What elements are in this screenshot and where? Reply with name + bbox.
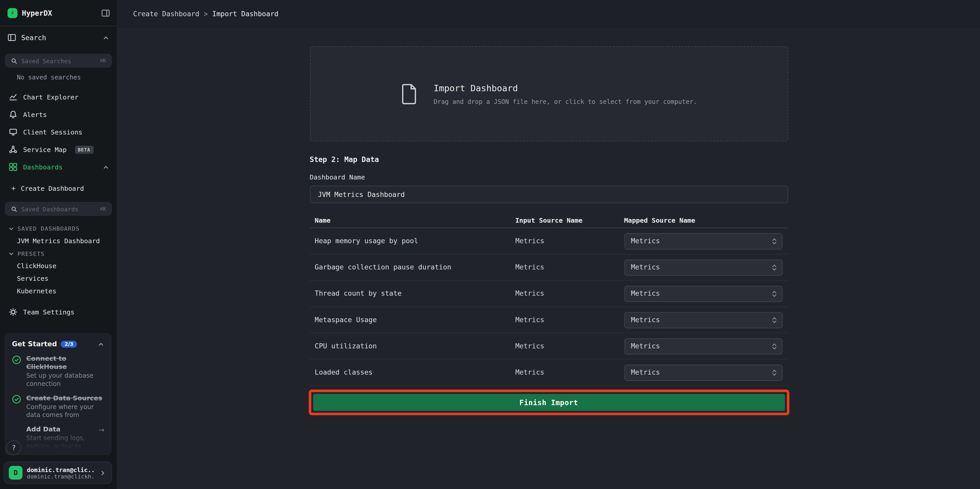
chevron-up-icon	[97, 341, 104, 348]
step-subtitle: Configure where your data comes from	[26, 403, 104, 419]
select-value: Metrics	[631, 290, 772, 298]
sidebar-nav: Chart Explorer Alerts Client Sessions Se…	[0, 88, 117, 176]
dropzone-subtitle: Drag and drop a JSON file here, or click…	[434, 98, 697, 105]
sidebar-item-chart-explorer[interactable]: Chart Explorer	[0, 88, 117, 106]
chevron-down-icon	[8, 226, 14, 232]
breadcrumb: Create Dashboard > Import Dashboard	[118, 0, 980, 29]
nav-label: Team Settings	[23, 308, 75, 316]
arrow-right-icon: →	[99, 425, 104, 450]
sidebar-item-jvm-dashboard[interactable]: JVM Metrics Dashboard	[0, 234, 117, 247]
select-chevrons-icon	[772, 290, 776, 297]
search-section-label: Search	[21, 33, 46, 41]
saved-searches-input[interactable]: ⌘K	[5, 54, 112, 68]
column-header-input-source: Input Source Name	[515, 216, 624, 223]
file-dropzone[interactable]: Import Dashboard Drag and drop a JSON fi…	[310, 46, 788, 142]
select-chevrons-icon	[772, 342, 776, 350]
select-value: Metrics	[631, 263, 772, 271]
saved-dashboards-input[interactable]: ⌘K	[5, 202, 112, 216]
chevron-up-icon	[103, 34, 110, 41]
check-circle-icon	[12, 394, 21, 419]
mapped-source-select[interactable]: Metrics	[624, 233, 782, 249]
user-name: dominic.tran@clic...	[27, 466, 95, 473]
table-row: Metaspace Usage Metrics Metrics	[310, 307, 788, 333]
shortcut-hint: ⌘K	[100, 57, 106, 64]
user-avatar: D	[9, 466, 22, 480]
get-started-step-add-data[interactable]: Add Data Start sending logs, metrics, or…	[12, 425, 104, 450]
mapped-source-select[interactable]: Metrics	[624, 285, 782, 301]
help-button[interactable]: ?	[6, 440, 21, 455]
sidebar-item-client-sessions[interactable]: Client Sessions	[0, 123, 117, 141]
graph-icon	[9, 145, 18, 154]
select-value: Metrics	[631, 342, 772, 350]
magnifier-icon	[11, 205, 18, 212]
breadcrumb-import-dashboard: Import Dashboard	[212, 10, 279, 18]
nav-label: Chart Explorer	[23, 93, 78, 100]
presets-section[interactable]: PRESETS	[0, 248, 117, 260]
sidebar-item-services[interactable]: Services	[0, 272, 117, 285]
nav-label: Dashboards	[23, 163, 63, 171]
beta-badge: BETA	[75, 145, 94, 153]
table-row: Garbage collection pause duration Metric…	[310, 255, 788, 281]
mapped-source-select[interactable]: Metrics	[624, 364, 782, 381]
create-dashboard-label: Create Dashboard	[21, 184, 84, 192]
mapped-source-select[interactable]: Metrics	[624, 259, 782, 276]
column-header-name: Name	[315, 216, 515, 223]
mapped-source-select[interactable]: Metrics	[624, 338, 782, 354]
sidebar-header: ⚡ HyperDX	[0, 0, 117, 26]
get-started-step-sources[interactable]: Create Data Sources Configure where your…	[12, 394, 104, 419]
get-started-header[interactable]: Get Started 2/3	[12, 340, 104, 348]
collapse-sidebar-icon[interactable]	[101, 8, 110, 17]
select-chevrons-icon	[772, 369, 776, 376]
select-value: Metrics	[631, 316, 772, 324]
annotation-highlight-box: Finish Import	[309, 390, 789, 415]
chevron-right-icon	[100, 469, 107, 476]
sidebar-item-kubernetes[interactable]: Kubernetes	[0, 285, 117, 297]
chevron-up-icon	[103, 164, 110, 170]
select-value: Metrics	[631, 237, 772, 245]
sidebar-item-dashboards[interactable]: Dashboards	[0, 158, 117, 175]
input-source: Metrics	[515, 263, 624, 271]
dashboard-name-label: Dashboard Name	[310, 173, 788, 181]
get-started-title: Get Started	[12, 340, 57, 348]
input-source: Metrics	[515, 316, 624, 324]
progress-badge: 2/3	[60, 341, 77, 348]
nav-label: Service Map	[23, 146, 67, 153]
shortcut-hint: ⌘K	[100, 205, 106, 212]
finish-import-button[interactable]: Finish Import	[313, 394, 784, 411]
saved-dashboards-field[interactable]	[21, 205, 96, 212]
sidebar-item-service-map[interactable]: Service Map BETA	[0, 141, 117, 158]
sidebar-section-search[interactable]: Search	[0, 26, 117, 49]
table-row: Loaded classes Metrics Metrics	[310, 360, 788, 386]
mapped-source-select[interactable]: Metrics	[624, 312, 782, 328]
search-section-icon	[8, 33, 16, 42]
plus-icon: +	[11, 184, 16, 192]
chart-name: CPU utilization	[315, 342, 515, 350]
sidebar-item-alerts[interactable]: Alerts	[0, 106, 117, 123]
user-menu[interactable]: D dominic.tran@clic... dominic.tran@clic…	[4, 462, 112, 484]
step-title: Add Data	[26, 425, 94, 433]
step-subtitle: Start sending logs, metrics, or traces	[26, 434, 94, 450]
no-saved-searches-text: No saved searches	[17, 74, 117, 81]
gear-icon	[9, 308, 18, 317]
chart-name: Heap memory usage by pool	[315, 237, 515, 245]
bell-icon	[9, 110, 18, 119]
breadcrumb-create-dashboard[interactable]: Create Dashboard	[133, 10, 199, 18]
saved-dashboards-section[interactable]: SAVED DASHBOARDS	[0, 223, 117, 234]
table-header-row: Name Input Source Name Mapped Source Nam…	[310, 212, 788, 228]
create-dashboard-button[interactable]: + Create Dashboard	[0, 180, 117, 197]
chevron-down-icon	[8, 251, 14, 257]
app-title: HyperDX	[22, 8, 52, 17]
chart-icon	[9, 92, 18, 101]
table-row: CPU utilization Metrics Metrics	[310, 333, 788, 359]
nav-label: Alerts	[23, 111, 47, 118]
saved-searches-field[interactable]	[21, 57, 96, 64]
dashboard-name-input[interactable]	[310, 186, 788, 203]
sidebar: ⚡ HyperDX Search ⌘K No saved searches	[0, 0, 118, 489]
step-heading: Step 2: Map Data	[310, 155, 788, 164]
sidebar-item-team-settings[interactable]: Team Settings	[0, 303, 117, 321]
select-chevrons-icon	[772, 316, 776, 323]
get-started-step-connect[interactable]: Connect to ClickHouse Set up your databa…	[12, 355, 104, 388]
get-started-card: Get Started 2/3 Connect to ClickHouse Se…	[5, 333, 111, 454]
column-header-mapped-source: Mapped Source Name	[624, 216, 782, 223]
sidebar-item-clickhouse[interactable]: ClickHouse	[0, 260, 117, 272]
